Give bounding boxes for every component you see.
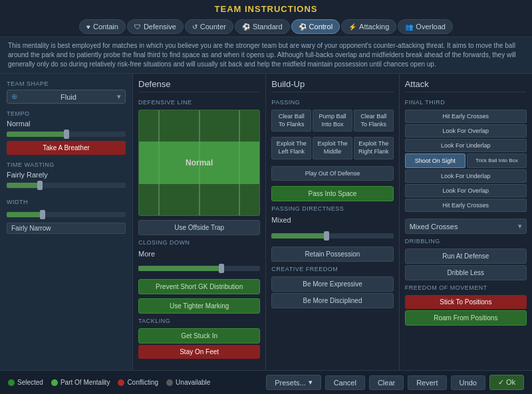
team-shape-value: Fluid bbox=[61, 93, 76, 101]
width-slider-thumb[interactable] bbox=[40, 210, 45, 219]
ft-look-for-overlap-bot[interactable]: Look For Overlap bbox=[405, 184, 527, 197]
attack-title: Attack bbox=[405, 79, 527, 92]
tab-counter-label: Counter bbox=[200, 23, 226, 31]
ft-row-3: Look For Underlap bbox=[405, 139, 527, 152]
passing-cell-left-flank[interactable]: Exploit The Left Flank bbox=[271, 137, 311, 159]
ok-button[interactable]: ✓ Ok bbox=[489, 375, 524, 390]
ft-look-for-overlap-top[interactable]: Look For Overlap bbox=[405, 124, 527, 138]
mixed-crosses-chevron: ▾ bbox=[518, 222, 522, 231]
ft-shoot-on-sight[interactable]: Shoot On Sight bbox=[405, 153, 466, 168]
passing-cell-middle[interactable]: Exploit The Middle bbox=[313, 137, 352, 159]
contain-icon: ♥ bbox=[86, 23, 90, 31]
tab-control-label: Control bbox=[309, 23, 332, 31]
cancel-button[interactable]: Cancel bbox=[325, 375, 365, 390]
width-section: WIDTH Fairly Narrow bbox=[7, 199, 126, 234]
counter-icon: ↺ bbox=[192, 23, 198, 31]
be-more-disciplined-button[interactable]: Be More Disciplined bbox=[271, 293, 393, 308]
freedom-of-movement-label: FREEDOM OF MOVEMENT bbox=[405, 284, 527, 291]
legend-unavailable-label: Unavailable bbox=[176, 379, 210, 386]
passing-directness-slider[interactable] bbox=[271, 231, 393, 241]
ft-look-for-underlap-top[interactable]: Look For Underlap bbox=[405, 139, 527, 152]
tab-control[interactable]: ⚽ Control bbox=[291, 19, 340, 34]
mixed-crosses-dropdown[interactable]: Mixed Crosses ▾ bbox=[405, 219, 527, 234]
ft-row-shoot: Shoot On Sight Trick Ball Into Box bbox=[405, 153, 527, 168]
content-area: TEAM SHAPE ⊕ Fluid ▾ TEMPO Normal Take A… bbox=[0, 74, 532, 370]
footer: Selected Part Of Mentality Conflicting U… bbox=[0, 370, 532, 394]
ft-row-4: Look For Underlap bbox=[405, 169, 527, 183]
defensive-icon: 🛡 bbox=[134, 23, 141, 31]
use-offside-trap-button[interactable]: Use Offside Trap bbox=[138, 220, 260, 235]
tab-defensive[interactable]: 🛡 Defensive bbox=[127, 19, 184, 34]
buildup-title: Build-Up bbox=[271, 79, 393, 92]
closing-down-slider-thumb[interactable] bbox=[219, 264, 224, 273]
legend-mentality: Part Of Mentality bbox=[51, 379, 110, 386]
passing-cell-right-flank[interactable]: Exploit The Right Flank bbox=[354, 137, 394, 159]
ft-trick-ball-into-box[interactable]: Trick Ball Into Box bbox=[467, 153, 527, 168]
tab-attacking-label: Attacking bbox=[359, 23, 389, 31]
presets-button[interactable]: Presets... ▾ bbox=[266, 375, 321, 390]
tempo-slider-progress bbox=[7, 132, 66, 137]
main-container: TEAM INSTRUCTIONS ♥ Contain 🛡 Defensive … bbox=[0, 0, 532, 394]
prevent-short-gk-button[interactable]: Prevent Short GK Distribution bbox=[138, 279, 260, 294]
width-slider[interactable] bbox=[7, 210, 126, 219]
closing-down-slider[interactable] bbox=[138, 264, 260, 273]
creative-freedom-row: Be More Expressive Be More Disciplined bbox=[271, 276, 393, 308]
legend-unavailable-dot bbox=[166, 379, 173, 386]
final-third-label: FINAL THIRD bbox=[405, 99, 527, 106]
tab-counter[interactable]: ↺ Counter bbox=[185, 19, 233, 34]
legend-conflicting: Conflicting bbox=[118, 379, 158, 386]
ft-look-for-underlap-bot[interactable]: Look For Underlap bbox=[405, 169, 527, 183]
clear-button[interactable]: Clear bbox=[369, 375, 404, 390]
tab-standard-label: Standard bbox=[253, 23, 283, 31]
tempo-slider[interactable] bbox=[7, 130, 126, 139]
legend: Selected Part Of Mentality Conflicting U… bbox=[8, 379, 210, 386]
dribble-less-button[interactable]: Dribble Less bbox=[405, 265, 527, 280]
revert-button[interactable]: Revert bbox=[408, 375, 446, 390]
roam-from-positions-button[interactable]: Roam From Positions bbox=[405, 310, 527, 326]
legend-unavailable: Unavailable bbox=[166, 379, 210, 386]
time-wasting-section: TIME WASTING Fairly Rarely bbox=[7, 161, 126, 192]
passing-directness-slider-thumb[interactable] bbox=[324, 231, 329, 241]
stay-on-feet-button[interactable]: Stay On Feet bbox=[138, 345, 260, 359]
take-breather-button[interactable]: Take A Breather bbox=[7, 141, 126, 155]
tab-contain-label: Contain bbox=[93, 23, 118, 31]
tab-contain[interactable]: ♥ Contain bbox=[79, 19, 126, 34]
run-at-defense-button[interactable]: Run At Defense bbox=[405, 248, 527, 264]
team-shape-label: TEAM SHAPE bbox=[7, 80, 126, 87]
tempo-value: Normal bbox=[7, 120, 126, 128]
footer-buttons: Presets... ▾ Cancel Clear Revert Undo ✓ … bbox=[266, 375, 524, 390]
play-out-of-defense-button[interactable]: Play Out Of Defense bbox=[271, 166, 393, 181]
tab-attacking[interactable]: ⚡ Attacking bbox=[341, 19, 396, 34]
tab-standard[interactable]: ⚽ Standard bbox=[235, 19, 290, 34]
ft-hit-early-crosses-bot[interactable]: Hit Early Crosses bbox=[405, 199, 527, 212]
closing-down-slider-progress bbox=[138, 266, 221, 271]
dribbling-label: DRIBBLING bbox=[405, 238, 527, 245]
use-tighter-marking-button[interactable]: Use Tighter Marking bbox=[138, 298, 260, 314]
passing-grid-mid: Exploit The Left Flank Exploit The Middl… bbox=[271, 137, 393, 159]
undo-button[interactable]: Undo bbox=[451, 375, 485, 390]
passing-cell-pump[interactable]: Pump Ball Into Box bbox=[313, 110, 352, 132]
panels-area: Defense DEFENSIVE LINE Normal Use Offsid… bbox=[133, 74, 532, 370]
get-stuck-in-button[interactable]: Get Stuck In bbox=[138, 328, 260, 344]
ft-hit-early-crosses-top[interactable]: Hit Early Crosses bbox=[405, 110, 527, 123]
time-wasting-slider-thumb[interactable] bbox=[37, 181, 43, 190]
width-value: Fairly Narrow bbox=[7, 223, 126, 234]
tab-defensive-label: Defensive bbox=[144, 23, 176, 31]
passing-cell-clear-left[interactable]: Clear Ball To Flanks bbox=[271, 110, 311, 132]
legend-selected-dot bbox=[8, 379, 15, 386]
team-shape-dropdown[interactable]: ⊕ Fluid ▾ bbox=[7, 90, 126, 104]
team-shape-plus-icon: ⊕ bbox=[11, 92, 17, 101]
tempo-slider-thumb[interactable] bbox=[64, 130, 69, 139]
passing-cell-clear-right[interactable]: Clear Ball To Flanks bbox=[354, 110, 394, 132]
retain-possession-button[interactable]: Retain Possession bbox=[271, 246, 393, 262]
ft-row-5: Look For Overlap bbox=[405, 184, 527, 197]
time-wasting-slider[interactable] bbox=[7, 181, 126, 190]
tab-overload[interactable]: 👥 Overload bbox=[398, 19, 453, 34]
stick-to-positions-button[interactable]: Stick To Positions bbox=[405, 295, 527, 309]
pass-into-space-button[interactable]: Pass Into Space bbox=[271, 186, 393, 201]
defense-title: Defense bbox=[138, 79, 260, 92]
attacking-icon: ⚡ bbox=[348, 23, 356, 31]
be-more-expressive-button[interactable]: Be More Expressive bbox=[271, 276, 393, 292]
control-icon: ⚽ bbox=[299, 23, 307, 31]
presets-label: Presets... bbox=[275, 379, 305, 387]
